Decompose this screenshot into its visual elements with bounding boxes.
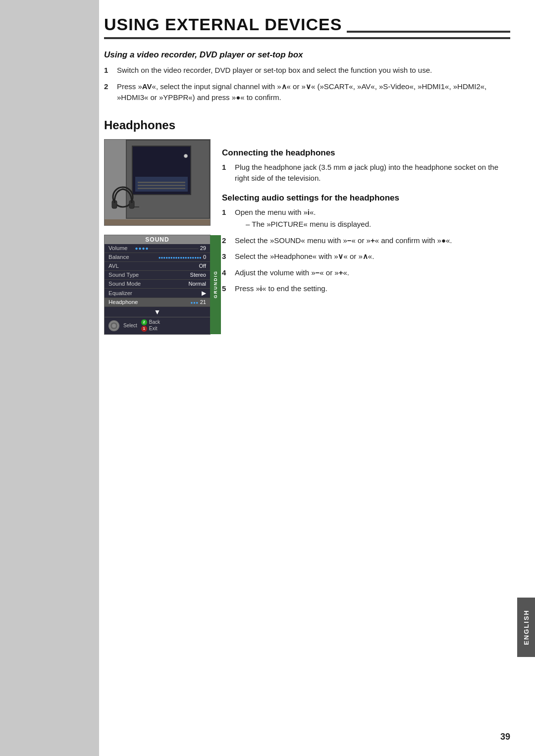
step-1-2: 2 Press »AV«, select the input signal ch… [104, 81, 510, 103]
language-tab: ENGLISH [517, 598, 535, 657]
page-number: 39 [500, 732, 510, 742]
osd-scroll-down-icon: ▼ [105, 307, 210, 317]
main-content: USING EXTERNAL DEVICES Using a video rec… [104, 15, 510, 335]
audio-step-2: 2 Select the »SOUND« menu with »−« or »+… [222, 235, 510, 247]
section-video-recorder: Using a video recorder, DVD player or se… [104, 50, 510, 103]
osd-row-sound-type: Sound Type Stereo [105, 271, 210, 280]
section-audio-settings: Selecting audio settings for the headpho… [222, 193, 510, 295]
back-label: Back [149, 319, 160, 325]
osd-footer: Select 2 Back 1 Exit [105, 317, 210, 334]
page-title: USING EXTERNAL DEVICES [104, 15, 510, 39]
headphones-right-column: Connecting the headphones 1 Plug the hea… [222, 139, 510, 300]
video-recorder-heading: Using a video recorder, DVD player or se… [104, 50, 510, 60]
grundig-brand: GRUNDIG [210, 235, 221, 334]
osd-row-volume: Volume ●●●●—————————— 29 [105, 244, 210, 253]
osd-row-equalizer: Equalizer ▶ [105, 289, 210, 298]
osd-menu: SOUND Volume ●●●●—————————— 29 Balance ●… [104, 235, 211, 335]
connecting-heading: Connecting the headphones [222, 148, 510, 158]
audio-settings-steps: 1 Open the menu with »i«. – The »PICTURE… [222, 207, 510, 295]
title-underline [347, 31, 510, 33]
language-label: ENGLISH [523, 609, 530, 645]
osd-menu-title: SOUND [105, 235, 210, 244]
connecting-steps: 1 Plug the headphone jack (3.5 mm ø jack… [222, 162, 510, 184]
audio-settings-heading: Selecting audio settings for the headpho… [222, 193, 510, 203]
tv-screen [132, 146, 191, 195]
left-sidebar [0, 0, 99, 756]
audio-step-5: 5 Press »i« to end the setting. [222, 283, 510, 295]
osd-row-headphone: Headphone ●●● 21 [105, 298, 210, 307]
back-badge: 2 [141, 319, 147, 325]
osd-footer-labels: 2 Back 1 Exit [141, 319, 160, 332]
headphones-layout: SOUND Volume ●●●●—————————— 29 Balance ●… [104, 139, 510, 335]
select-button-icon [108, 320, 119, 331]
svg-point-5 [112, 324, 116, 328]
section-headphones: Headphones [104, 118, 510, 335]
step-1-1: 1 Switch on the video recorder, DVD play… [104, 65, 510, 76]
video-recorder-steps: 1 Switch on the video recorder, DVD play… [104, 65, 510, 103]
audio-step-3: 3 Select the »Headphone« with »∨« or »∧«… [222, 251, 510, 262]
headphone-illustration [107, 183, 139, 215]
osd-row-avl: AVL Off [105, 262, 210, 271]
section-connecting: Connecting the headphones 1 Plug the hea… [222, 148, 510, 184]
audio-step-1: 1 Open the menu with »i«. – The »PICTURE… [222, 207, 510, 230]
equalizer-arrow-icon: ▶ [202, 290, 206, 297]
osd-row-sound-mode: Sound Mode Normal [105, 280, 210, 289]
osd-row-balance: Balance ●●●●●●●●●●●●●●●●●● 0 [105, 253, 210, 262]
exit-badge: 1 [141, 326, 147, 332]
audio-step-4: 4 Adjust the volume with »−« or »+«. [222, 267, 510, 279]
headphones-left-column: SOUND Volume ●●●●—————————— 29 Balance ●… [104, 139, 213, 335]
headphones-heading: Headphones [104, 118, 510, 132]
tv-button [184, 154, 188, 158]
audio-step-1-sub: – The »PICTURE« menu is displayed. [246, 219, 510, 230]
connecting-step-1: 1 Plug the headphone jack (3.5 mm ø jack… [222, 162, 510, 184]
select-label: Select [123, 323, 137, 328]
tv-image [104, 139, 211, 226]
exit-label: Exit [149, 326, 158, 331]
